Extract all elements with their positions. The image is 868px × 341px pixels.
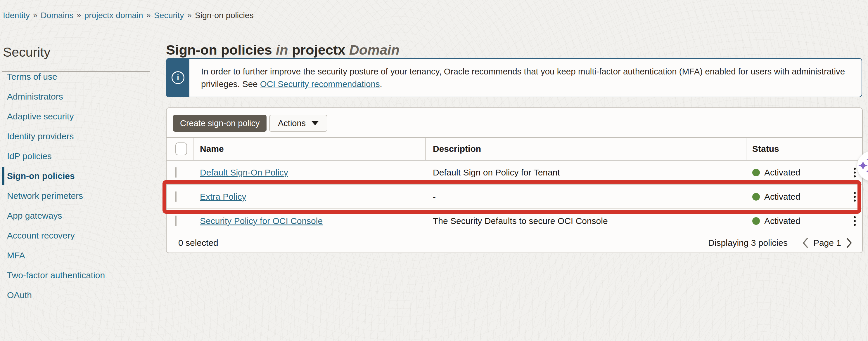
sidebar-item-two-factor-authentication[interactable]: Two-factor authentication xyxy=(0,265,164,285)
page-title-connector: in xyxy=(276,42,288,58)
status-label: Activated xyxy=(764,168,800,177)
breadcrumb: Identity » Domains » projectx domain » S… xyxy=(3,10,254,20)
table-footer: 0 selected Displaying 3 policies Page 1 xyxy=(166,233,862,252)
status-dot-icon xyxy=(752,217,760,225)
sparkle-icon xyxy=(858,161,868,170)
table-row-highlighted: Extra Policy - Activated xyxy=(166,185,862,209)
sidebar-item-account-recovery[interactable]: Account recovery xyxy=(0,226,164,245)
info-banner-text: In order to further improve the security… xyxy=(189,65,862,90)
displaying-count: Displaying 3 policies xyxy=(708,238,787,248)
create-sign-on-policy-button[interactable]: Create sign-on policy xyxy=(173,115,267,132)
row-checkbox-cell xyxy=(166,168,194,177)
row-checkbox-cell xyxy=(166,192,194,202)
policies-panel: Create sign-on policy Actions Name Descr… xyxy=(166,107,863,253)
column-header-status: Status xyxy=(746,138,862,160)
breadcrumb-sign-on-policies: Sign-on policies xyxy=(195,10,254,20)
column-header-name: Name xyxy=(194,138,426,160)
info-banner-suffix: . xyxy=(380,79,382,89)
table-toolbar: Create sign-on policy Actions xyxy=(166,108,862,137)
row-kebab-menu-icon[interactable] xyxy=(852,166,858,179)
sidebar-nav: Terms of use Administrators Adaptive sec… xyxy=(0,67,164,305)
row-checkbox[interactable] xyxy=(175,167,177,178)
sidebar-item-app-gateways[interactable]: App gateways xyxy=(0,206,164,226)
page-title-main: Sign-on policies xyxy=(166,42,272,58)
breadcrumb-projectx-domain[interactable]: projectx domain xyxy=(84,10,143,20)
sidebar-item-identity-providers[interactable]: Identity providers xyxy=(0,127,164,146)
status-dot-icon xyxy=(752,193,760,201)
sidebar-title: Security xyxy=(3,45,51,60)
breadcrumb-security[interactable]: Security xyxy=(154,10,184,20)
sidebar-item-adaptive-security[interactable]: Adaptive security xyxy=(0,107,164,127)
breadcrumb-separator-icon: » xyxy=(187,11,192,20)
breadcrumb-separator-icon: » xyxy=(33,11,38,20)
oci-console-page: Identity » Domains » projectx domain » S… xyxy=(0,0,868,341)
sidebar-item-sign-on-policies[interactable]: Sign-on policies xyxy=(0,166,164,186)
actions-label: Actions xyxy=(278,118,306,128)
table-row: Security Policy for OCI Console The Secu… xyxy=(166,209,862,233)
status-dot-icon xyxy=(752,169,760,176)
policy-link-extra-policy[interactable]: Extra Policy xyxy=(200,192,246,201)
sidebar-item-administrators[interactable]: Administrators xyxy=(0,87,164,107)
status-label: Activated xyxy=(764,192,800,202)
policy-description: The Security Defaults to secure OCI Cons… xyxy=(426,216,746,226)
next-page-chevron-icon[interactable] xyxy=(843,236,855,250)
breadcrumb-domains[interactable]: Domains xyxy=(41,10,73,20)
previous-page-chevron-icon[interactable] xyxy=(799,236,811,250)
chevron-down-icon xyxy=(312,121,318,125)
page-title: Sign-on policies in projectx Domain xyxy=(166,42,400,58)
sidebar-item-terms-of-use[interactable]: Terms of use xyxy=(0,67,164,87)
oci-security-recommendations-link[interactable]: OCI Security recommendations xyxy=(260,79,380,89)
table-header-checkbox-cell xyxy=(166,138,194,160)
row-kebab-menu-icon[interactable] xyxy=(852,190,858,203)
column-header-description: Description xyxy=(426,138,746,160)
page-title-domain-word: Domain xyxy=(349,42,400,58)
sidebar-item-mfa[interactable]: MFA xyxy=(0,245,164,265)
sparkle-icon-small xyxy=(867,157,868,162)
breadcrumb-identity[interactable]: Identity xyxy=(3,10,30,20)
policy-link-default-sign-on[interactable]: Default Sign-On Policy xyxy=(200,168,288,177)
table-header-row: Name Description Status xyxy=(166,137,862,161)
policy-description: Default Sign on Policy for Tenant xyxy=(426,168,746,177)
row-checkbox[interactable] xyxy=(175,215,177,226)
row-kebab-menu-icon[interactable] xyxy=(852,214,858,228)
policy-link-security-policy-oci-console[interactable]: Security Policy for OCI Console xyxy=(200,216,323,226)
select-all-checkbox[interactable] xyxy=(175,142,187,155)
sparkle-icon-tiny xyxy=(866,170,868,173)
page-indicator: Page 1 xyxy=(813,238,841,248)
row-checkbox-cell xyxy=(166,216,194,226)
breadcrumb-separator-icon: » xyxy=(76,11,81,20)
info-banner-stripe: i xyxy=(166,59,189,97)
row-checkbox[interactable] xyxy=(175,191,177,202)
page-title-domain-name: projectx xyxy=(292,42,345,58)
sidebar-item-network-perimeters[interactable]: Network perimeters xyxy=(0,186,164,206)
sidebar-item-idp-policies[interactable]: IdP policies xyxy=(0,146,164,166)
actions-dropdown-button[interactable]: Actions xyxy=(269,115,327,132)
selected-count: 0 selected xyxy=(166,238,218,248)
policy-description: - xyxy=(426,192,746,202)
breadcrumb-separator-icon: » xyxy=(146,11,151,20)
sidebar-item-oauth[interactable]: OAuth xyxy=(0,285,164,305)
info-banner: i In order to further improve the securi… xyxy=(166,58,862,97)
info-icon: i xyxy=(172,71,184,84)
status-label: Activated xyxy=(764,216,800,226)
table-row: Default Sign-On Policy Default Sign on P… xyxy=(166,161,862,185)
